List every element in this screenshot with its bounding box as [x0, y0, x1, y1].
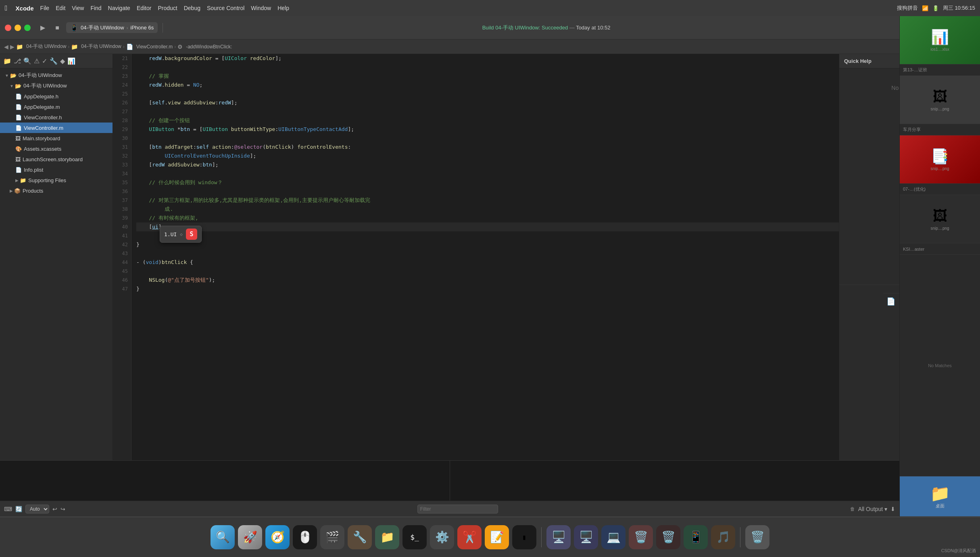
code-line-38: 成. [136, 205, 839, 214]
breadcrumb-3[interactable]: ViewController.m [136, 44, 173, 50]
file-thumbnail-png1[interactable]: 🖼 snip....png [900, 76, 980, 124]
dock-app-10[interactable]: 💻 [601, 525, 626, 549]
debug-icon[interactable]: 🔧 [50, 57, 58, 65]
sidebar-item-info-plist[interactable]: 📄 Info.plist [0, 164, 113, 175]
dock-folder[interactable]: 📁 [375, 525, 399, 549]
scheme-selector[interactable]: 📱 04-手动 UIWindow › iPhone 6s [66, 22, 158, 33]
sidebar-item-appdelegate-h[interactable]: 📄 AppDelegate.h [0, 91, 113, 102]
output-area [0, 460, 899, 501]
sidebar-item-root[interactable]: ▼ 📂 04-手动 UIWindow [0, 70, 113, 81]
line-44: 44 [113, 258, 131, 267]
menubar-right: 搜狗拼音 📶 🔋 周三 10:56:15 [897, 4, 975, 12]
test-icon[interactable]: ✓ [42, 57, 47, 65]
sidebar-item-launchscreen[interactable]: 🖼 LaunchScreen.storyboard [0, 154, 113, 164]
autocomplete-popup[interactable]: 1.UI ◇ S [160, 226, 202, 243]
bottom-bar: ⌨ 🔄 Auto ↩ ↪ 🗑 All Output ▾ ⬇ [0, 501, 899, 517]
menu-view[interactable]: View [72, 5, 84, 11]
git-icon[interactable]: ⎇ [14, 57, 21, 65]
dock-trash[interactable]: 🗑️ [745, 525, 769, 549]
debug-output-right[interactable] [450, 461, 900, 501]
menu-edit[interactable]: Edit [56, 5, 65, 11]
code-line-39: // 有时候有的框架, [136, 214, 839, 222]
output-selector[interactable]: All Output ▾ [858, 506, 887, 512]
dock-app-14[interactable]: 🎵 [711, 525, 735, 549]
file-thumbnail-xlsx[interactable]: 📊 ios1....xlsx [900, 16, 980, 64]
maximize-button[interactable] [24, 25, 31, 31]
sidebar-item-supporting-files[interactable]: ▶ 📁 Supporting Files [0, 175, 113, 185]
console-toggle[interactable]: ⌨ [4, 506, 12, 512]
device-name: iPhone 6s [130, 25, 154, 31]
report-icon[interactable]: 📊 [67, 57, 75, 65]
dock-terminal[interactable]: $_ [402, 525, 427, 549]
dock-app-13[interactable]: 📱 [684, 525, 708, 549]
breadcrumb-4[interactable]: -addWindowBtnClick: [186, 44, 232, 50]
dock-app-9[interactable]: 🖥️ [574, 525, 598, 549]
dock-launchpad[interactable]: 🚀 [238, 525, 262, 549]
dock-tools[interactable]: 🔧 [348, 525, 372, 549]
line-33: 33 [113, 160, 131, 169]
dock-terminal2[interactable]: ▮ [512, 525, 536, 549]
sidebar-item-group[interactable]: ▼ 📂 04-手动 UIWindow [0, 81, 113, 91]
code-line-33: [redW addSubview:btn]; [136, 160, 839, 169]
sidebar-item-assets[interactable]: 🎨 Assets.xcassets [0, 143, 113, 154]
debug-output-left[interactable] [0, 461, 450, 501]
dock-safari[interactable]: 🧭 [265, 525, 290, 549]
dock-mouse[interactable]: 🖱️ [293, 525, 317, 549]
line-41: 41 [113, 231, 131, 240]
autocomplete-label: 1.UI [164, 231, 177, 237]
menu-editor[interactable]: Editor [137, 5, 152, 11]
dock-xmind[interactable]: ✂️ [457, 525, 482, 549]
code-content[interactable]: redW.backgroundColor = [UIColor redColor… [131, 54, 839, 501]
breakpoint-icon[interactable]: ◆ [60, 57, 65, 65]
app-menu[interactable]: Xcode [16, 5, 34, 12]
apple-menu[interactable]:  [5, 4, 8, 12]
menu-file[interactable]: File [40, 5, 50, 11]
dock-video[interactable]: 🎬 [320, 525, 344, 549]
filter-input[interactable] [417, 505, 498, 513]
dock-app-8[interactable]: 🖥️ [546, 525, 571, 549]
menu-help[interactable]: Help [277, 5, 289, 11]
sidebar-item-viewcontroller-m[interactable]: 📄 ViewController.m [0, 123, 113, 133]
sidebar-item-appdelegate-m[interactable]: 📄 AppDelegate.m [0, 102, 113, 112]
file-inspector-icon[interactable]: 📄 [886, 297, 895, 306]
search-sidebar-icon[interactable]: 🔍 [23, 57, 31, 65]
dock-notes[interactable]: 📝 [485, 525, 509, 549]
dock-prefs[interactable]: ⚙️ [430, 525, 454, 549]
menu-find[interactable]: Find [90, 5, 101, 11]
menu-navigate[interactable]: Navigate [108, 5, 130, 11]
file-thumbnail-png2[interactable]: 🖼 snip....png [900, 195, 980, 243]
line-25: 25 [113, 89, 131, 98]
dock-app-11[interactable]: 🗑️ [629, 525, 653, 549]
menubar-time: 周三 10:56:15 [943, 4, 975, 12]
stop-button[interactable]: ■ [52, 22, 63, 33]
line-22: 22 [113, 63, 131, 72]
run-button[interactable]: ▶ [37, 22, 48, 33]
dock-finder[interactable]: 🔍 [211, 525, 235, 549]
step-back-icon[interactable]: ↩ [52, 506, 57, 512]
menu-source-control[interactable]: Source Control [207, 5, 244, 11]
file-thumbnail-ppt[interactable]: 📑 snip....png [900, 135, 980, 184]
menu-window[interactable]: Window [251, 5, 271, 11]
breadcrumb-2[interactable]: 04-手动 UIWindow [81, 43, 121, 50]
close-button[interactable] [5, 25, 11, 31]
auto-selector[interactable]: Auto [25, 505, 49, 513]
debug-toggle[interactable]: 🔄 [15, 506, 22, 512]
menu-product[interactable]: Product [158, 5, 177, 11]
jump-to-end-icon[interactable]: ⬇ [890, 506, 895, 512]
code-line-26: [self.view addSubview:redW]; [136, 98, 839, 107]
code-line-32: UIControlEventTouchUpInside]; [136, 152, 839, 160]
minimize-button[interactable] [15, 25, 21, 31]
warning-icon[interactable]: ⚠ [34, 57, 40, 65]
step-forward-icon[interactable]: ↪ [60, 506, 65, 512]
folder-icon[interactable]: 📁 [3, 57, 11, 65]
dock-app-12[interactable]: 🗑️ [656, 525, 680, 549]
menu-debug[interactable]: Debug [184, 5, 200, 11]
code-editor[interactable]: 21 22 23 24 25 26 27 28 29 30 31 32 33 3… [113, 54, 839, 501]
trash-icon[interactable]: 🗑 [850, 506, 855, 512]
folder-thumbnail-blue[interactable]: 📁 桌面 [900, 476, 980, 517]
breadcrumb-1[interactable]: 04-手动 UIWindow [26, 43, 66, 50]
sidebar-item-main-storyboard[interactable]: 🖼 Main.storyboard [0, 133, 113, 143]
code-line-31: [btn addTarget:self action:@selector(btn… [136, 143, 839, 152]
sidebar-item-viewcontroller-h[interactable]: 📄 ViewController.h [0, 112, 113, 123]
sidebar-item-products[interactable]: ▶ 📦 Products [0, 185, 113, 196]
